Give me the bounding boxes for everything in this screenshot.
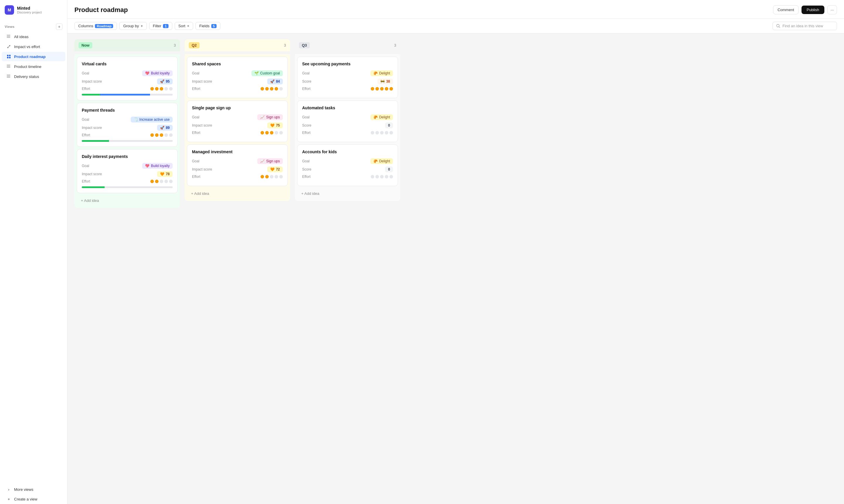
card-title: Shared spaces bbox=[192, 61, 283, 66]
card-score-field: Score 🚧 38 bbox=[302, 78, 393, 84]
effort-label: Effort bbox=[192, 131, 200, 135]
fields-button[interactable]: Fields 5 bbox=[196, 22, 220, 30]
idea-card[interactable]: Shared spaces Goal 🌱 Custom goal Impact … bbox=[187, 57, 288, 98]
sort-button[interactable]: Sort + bbox=[175, 22, 193, 30]
score-value: 78 bbox=[166, 172, 170, 176]
empty-dot bbox=[375, 175, 379, 178]
logo-text: Minted Discovery project bbox=[17, 6, 42, 14]
goal-label: Goal bbox=[192, 115, 199, 119]
goal-tag[interactable]: 🥐 Delight bbox=[371, 70, 393, 76]
card-score-field: Score 0 bbox=[302, 123, 393, 128]
views-label: Views bbox=[5, 25, 15, 29]
board: Now 3 Virtual cards Goal 💖 Build loyalty… bbox=[67, 33, 844, 504]
goal-emoji: 🥐 bbox=[373, 159, 378, 163]
delivery-icon bbox=[6, 74, 11, 79]
sidebar-create-view[interactable]: + Create a view bbox=[2, 494, 65, 504]
add-idea-button[interactable]: + Add idea bbox=[297, 188, 398, 199]
sidebar: M Minted Discovery project Views + All i… bbox=[0, 0, 67, 504]
score-emoji: 🧡 bbox=[270, 167, 274, 172]
create-view-label: Create a view bbox=[14, 497, 37, 501]
score-tag: 🚀 84 bbox=[267, 78, 283, 84]
filter-label: Filter bbox=[153, 24, 161, 28]
filled-dot bbox=[261, 131, 264, 134]
goal-tag[interactable]: 🌱 Custom goal bbox=[251, 70, 283, 76]
sidebar-more-views[interactable]: › More views bbox=[2, 485, 65, 494]
more-options-button[interactable]: ··· bbox=[827, 5, 837, 14]
publish-button[interactable]: Publish bbox=[802, 5, 825, 14]
goal-label: Goal bbox=[82, 71, 89, 75]
card-score-field: Impact score 🚀 84 bbox=[192, 78, 283, 84]
sidebar-item-label: All ideas bbox=[14, 35, 29, 39]
goal-tag[interactable]: 🗒️ Increase active use bbox=[131, 116, 173, 123]
column-header-q2: Q2 3 bbox=[185, 39, 290, 51]
score-tag: 🧡 78 bbox=[157, 171, 173, 177]
goal-tag[interactable]: 🥐 Delight bbox=[371, 158, 393, 164]
columns-button[interactable]: Columns Roadmap bbox=[74, 22, 117, 30]
group-by-button[interactable]: Group by + bbox=[119, 22, 146, 30]
empty-dot bbox=[385, 175, 388, 178]
filled-dot bbox=[390, 87, 393, 91]
search-box[interactable]: Find an idea in this view bbox=[772, 22, 837, 30]
add-idea-button[interactable]: + Add idea bbox=[187, 188, 288, 199]
empty-dot bbox=[380, 175, 383, 178]
effort-dots bbox=[371, 87, 393, 91]
sidebar-item-product-roadmap[interactable]: Product roadmap bbox=[2, 52, 65, 61]
card-score-field: Impact score 🧡 72 bbox=[192, 166, 283, 172]
add-idea-button[interactable]: + Add idea bbox=[77, 195, 178, 206]
idea-card[interactable]: Virtual cards Goal 💖 Build loyalty Impac… bbox=[77, 57, 178, 101]
score-emoji: 🚀 bbox=[160, 79, 164, 84]
card-title: Managed investment bbox=[192, 149, 283, 154]
card-score-field: Impact score 🚀 89 bbox=[82, 125, 173, 131]
svg-rect-12 bbox=[7, 67, 10, 68]
idea-card[interactable]: Daily interest payments Goal 💖 Build loy… bbox=[77, 149, 178, 193]
sidebar-item-label: Product timeline bbox=[14, 65, 41, 69]
goal-tag[interactable]: 📈 Sign ups bbox=[257, 158, 283, 164]
comment-button[interactable]: Comment bbox=[773, 5, 798, 14]
sidebar-item-all-ideas[interactable]: All ideas bbox=[2, 32, 65, 41]
grid-icon bbox=[6, 54, 11, 59]
card-goal-field: Goal 💖 Build loyalty bbox=[82, 70, 173, 76]
columns-label: Columns bbox=[78, 24, 93, 28]
idea-card[interactable]: Automated tasks Goal 🥐 Delight Score 0 E… bbox=[297, 101, 398, 142]
score-emoji: 🚀 bbox=[270, 79, 274, 84]
column-body-now: Virtual cards Goal 💖 Build loyalty Impac… bbox=[74, 54, 180, 208]
card-effort-field: Effort bbox=[82, 179, 173, 183]
card-effort-field: Effort bbox=[82, 133, 173, 137]
column-count: 3 bbox=[394, 43, 396, 48]
svg-rect-9 bbox=[9, 57, 11, 58]
score-value: 72 bbox=[276, 167, 280, 172]
goal-text: Delight bbox=[379, 71, 390, 75]
filled-dot bbox=[160, 133, 163, 137]
effort-dots bbox=[150, 87, 173, 91]
app-logo: M Minted Discovery project bbox=[0, 0, 67, 19]
empty-dot bbox=[380, 131, 383, 134]
empty-dot bbox=[164, 180, 168, 183]
add-view-button[interactable]: + bbox=[56, 23, 62, 30]
idea-card[interactable]: Payment threads Goal 🗒️ Increase active … bbox=[77, 103, 178, 147]
score-value: 89 bbox=[166, 126, 170, 130]
sidebar-item-delivery-status[interactable]: Delivery status bbox=[2, 72, 65, 81]
score-tag: 0 bbox=[385, 123, 393, 128]
score-tag: 0 bbox=[385, 166, 393, 172]
column-q2: Q2 3 Shared spaces Goal 🌱 Custom goal Im… bbox=[185, 39, 290, 201]
column-header-q3: Q3 3 bbox=[295, 39, 400, 51]
sidebar-item-label: Delivery status bbox=[14, 74, 39, 79]
filter-button[interactable]: Filter 1 bbox=[149, 22, 172, 30]
idea-card[interactable]: Managed investment Goal 📈 Sign ups Impac… bbox=[187, 144, 288, 186]
goal-tag[interactable]: 💖 Build loyalty bbox=[142, 70, 173, 76]
effort-dots bbox=[150, 133, 173, 137]
card-effort-field: Effort bbox=[192, 131, 283, 135]
goal-tag[interactable]: 🥐 Delight bbox=[371, 114, 393, 120]
idea-card[interactable]: Accounts for kids Goal 🥐 Delight Score 0… bbox=[297, 144, 398, 186]
idea-card[interactable]: Single page sign up Goal 📈 Sign ups Impa… bbox=[187, 101, 288, 142]
card-effort-field: Effort bbox=[302, 131, 393, 135]
empty-dot bbox=[385, 131, 388, 134]
goal-tag[interactable]: 💖 Build loyalty bbox=[142, 163, 173, 169]
effort-dots bbox=[371, 131, 393, 134]
filled-dot bbox=[155, 87, 159, 91]
goal-tag[interactable]: 📈 Sign ups bbox=[257, 114, 283, 120]
sidebar-item-impact-vs-effort[interactable]: Impact vs effort bbox=[2, 42, 65, 51]
filled-dot bbox=[265, 87, 269, 91]
sidebar-item-product-timeline[interactable]: Product timeline bbox=[2, 62, 65, 71]
idea-card[interactable]: See upcoming payments Goal 🥐 Delight Sco… bbox=[297, 57, 398, 98]
